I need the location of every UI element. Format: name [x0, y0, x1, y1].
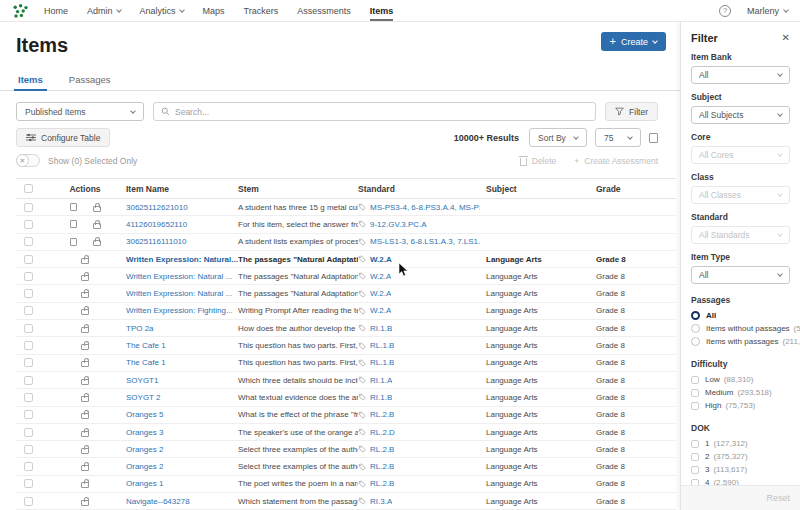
lock-icon[interactable]	[93, 206, 101, 212]
select-all-checkbox[interactable]	[24, 184, 33, 193]
show-selected-toggle[interactable]: ✕	[16, 154, 40, 167]
row-checkbox[interactable]	[24, 289, 33, 298]
help-icon[interactable]: ?	[719, 5, 731, 17]
lock-icon[interactable]	[81, 258, 89, 264]
class-select[interactable]: All Classes	[691, 186, 790, 204]
create-button[interactable]: + Create	[601, 32, 666, 51]
checkbox-dok-1[interactable]: 1 (127,312)	[691, 437, 790, 450]
lock-icon[interactable]	[81, 361, 89, 367]
lock-icon[interactable]	[81, 448, 89, 454]
row-checkbox[interactable]	[24, 324, 33, 333]
row-checkbox[interactable]	[24, 479, 33, 488]
item-name-link[interactable]: Oranges 3	[126, 428, 163, 437]
page-size-select[interactable]: 75	[595, 128, 641, 147]
row-checkbox[interactable]	[24, 445, 33, 454]
item-name-link[interactable]: Written Expression: Natural ...	[126, 289, 232, 298]
sort-by-select[interactable]: Sort By	[529, 128, 587, 147]
standard-link[interactable]: RL.2.B	[370, 479, 394, 488]
nav-item-items[interactable]: Items	[370, 0, 394, 21]
item-bank-select[interactable]: All	[691, 66, 790, 84]
item-name-link[interactable]: Navigate--643278	[126, 497, 190, 506]
standard-link[interactable]: RL.1.B	[370, 358, 394, 367]
checkbox-low[interactable]: Low (88,310)	[691, 373, 790, 386]
nav-item-maps[interactable]: Maps	[203, 0, 225, 21]
copy-icon[interactable]	[70, 203, 77, 211]
checkbox-dok-3[interactable]: 3 (113,617)	[691, 463, 790, 476]
item-name-link[interactable]: Oranges 2	[126, 462, 163, 471]
lock-icon[interactable]	[81, 309, 89, 315]
lock-icon[interactable]	[93, 240, 101, 246]
item-name-link[interactable]: SOYGT 2	[126, 393, 161, 402]
item-name-link[interactable]: The Cafe 1	[126, 341, 166, 350]
standard-link[interactable]: W.2.A	[370, 306, 391, 315]
item-name-link[interactable]: Written Expression: Fighting...	[126, 306, 233, 315]
standard-link[interactable]: RI.1.A	[370, 376, 392, 385]
row-checkbox[interactable]	[24, 410, 33, 419]
subject-select[interactable]: All Subjects	[691, 106, 790, 124]
lock-icon[interactable]	[81, 482, 89, 488]
nav-item-home[interactable]: Home	[44, 0, 68, 21]
standard-link[interactable]: RL.2.B	[370, 445, 394, 454]
row-checkbox[interactable]	[24, 306, 33, 315]
reset-button[interactable]: Reset	[766, 493, 790, 503]
item-name-link[interactable]: The Cafe 1	[126, 358, 166, 367]
lock-icon[interactable]	[81, 275, 89, 281]
row-checkbox[interactable]	[24, 462, 33, 471]
lock-icon[interactable]	[81, 431, 89, 437]
tab-items[interactable]: Items	[18, 72, 43, 90]
row-checkbox[interactable]	[24, 220, 33, 229]
item-name-link[interactable]: Written Expression: Natural...	[126, 255, 238, 264]
lock-icon[interactable]	[93, 223, 101, 229]
lock-icon[interactable]	[81, 396, 89, 402]
standard-link[interactable]: W.2.A	[370, 289, 391, 298]
row-checkbox[interactable]	[24, 393, 33, 402]
row-checkbox[interactable]	[24, 358, 33, 367]
item-name-link[interactable]: Oranges 1	[126, 479, 163, 488]
lock-icon[interactable]	[81, 500, 89, 506]
stack-icon[interactable]	[649, 133, 658, 143]
checkbox-high[interactable]: High (75,753)	[691, 399, 790, 412]
row-checkbox[interactable]	[24, 376, 33, 385]
row-checkbox[interactable]	[24, 497, 33, 506]
item-name-link[interactable]: TPO 2a	[126, 324, 154, 333]
standard-link[interactable]: MS-PS3-4, 6-8.PS3.A.4, MS-PS3-4, 7-MS-PS…	[370, 203, 480, 212]
row-checkbox[interactable]	[24, 341, 33, 350]
item-name-link[interactable]: Oranges 5	[126, 410, 163, 419]
standard-link[interactable]: RI.1.B	[370, 393, 392, 402]
lock-icon[interactable]	[81, 344, 89, 350]
standard-link[interactable]: RL.1.B	[370, 341, 394, 350]
close-icon[interactable]: ✕	[782, 33, 790, 43]
row-checkbox[interactable]	[24, 237, 33, 246]
standard-link[interactable]: W.2.A	[370, 272, 391, 281]
copy-icon[interactable]	[70, 238, 77, 246]
lock-icon[interactable]	[81, 465, 89, 471]
lock-icon[interactable]	[81, 292, 89, 298]
item-name-link[interactable]: 30625112621010	[126, 203, 188, 212]
core-select[interactable]: All Cores	[691, 146, 790, 164]
radio-items-with-passages[interactable]: Items with passages (211,399)	[691, 335, 790, 348]
nav-item-analytics[interactable]: Analytics	[140, 0, 184, 21]
row-checkbox[interactable]	[24, 272, 33, 281]
published-items-select[interactable]: Published Items	[16, 102, 144, 121]
standard-link[interactable]: RI.3.A	[370, 497, 392, 506]
standard-link[interactable]: 9-12.GV.3.PC.A	[370, 220, 427, 229]
nav-item-trackers[interactable]: Trackers	[244, 0, 279, 21]
checkbox-dok-2[interactable]: 2 (375,327)	[691, 450, 790, 463]
configure-table-button[interactable]: Configure Table	[16, 128, 110, 147]
standard-link[interactable]: RL.2.D	[370, 428, 395, 437]
standard-link[interactable]: RL.2.B	[370, 462, 394, 471]
checkbox-medium[interactable]: Medium (293,518)	[691, 386, 790, 399]
item-type-select[interactable]: All	[691, 266, 790, 284]
delete-button[interactable]: Delete	[520, 156, 557, 166]
nav-item-assessments[interactable]: Assessments	[297, 0, 351, 21]
item-name-link[interactable]: Oranges 2	[126, 445, 163, 454]
lock-icon[interactable]	[81, 327, 89, 333]
item-name-link[interactable]: Written Expression: Natural ...	[126, 272, 232, 281]
standard-select[interactable]: All Standards	[691, 226, 790, 244]
row-checkbox[interactable]	[24, 428, 33, 437]
copy-icon[interactable]	[70, 220, 77, 228]
lock-icon[interactable]	[81, 413, 89, 419]
create-assessment-button[interactable]: + Create Assessment	[574, 156, 658, 166]
user-menu[interactable]: Marleny	[747, 6, 788, 16]
filter-button[interactable]: Filter	[605, 102, 658, 121]
